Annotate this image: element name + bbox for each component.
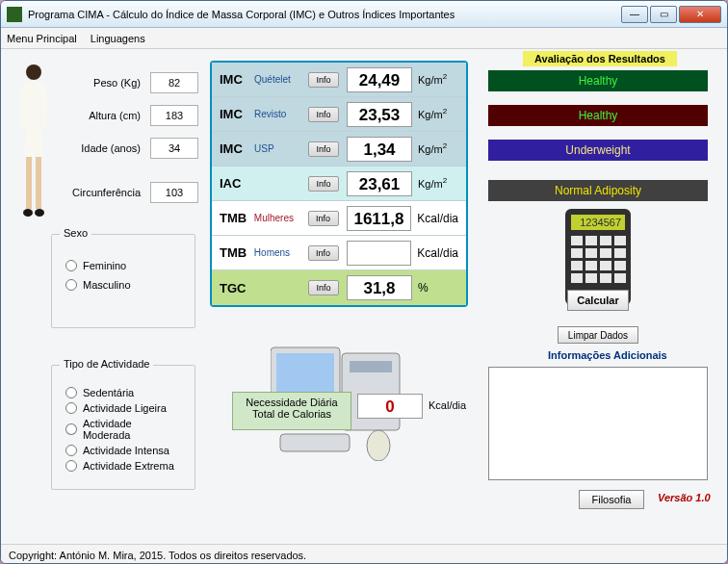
results-panel: IMCQuételetInfo24,49Kg/m2 IMCRevistoInfo…: [210, 61, 468, 307]
svg-point-4: [35, 209, 44, 217]
menubar: Menu Principal Linguagens: [1, 28, 727, 49]
svg-rect-17: [571, 236, 583, 245]
res-val-4: 1611,8: [347, 206, 412, 231]
info-button-6[interactable]: Info: [308, 280, 339, 295]
res-unit-2: Kg/m2: [418, 141, 447, 156]
act-opt-3: Actividade Intensa: [83, 445, 169, 456]
radio-extrema[interactable]: [65, 460, 77, 472]
altura-input[interactable]: [150, 105, 198, 126]
info-button-3[interactable]: Info: [308, 176, 339, 192]
svg-rect-28: [614, 261, 626, 270]
limpar-button[interactable]: Limpar Dados: [558, 326, 638, 344]
peso-input[interactable]: [150, 72, 198, 93]
close-button[interactable]: ✕: [679, 6, 721, 23]
info-button-2[interactable]: Info: [308, 141, 339, 157]
feminino-label: Feminino: [83, 260, 126, 271]
body-figure-icon: [16, 61, 51, 224]
radio-feminino[interactable]: [65, 260, 77, 271]
res-sub-5: Homens: [254, 247, 308, 258]
res-val-6: 31,8: [347, 275, 412, 300]
res-label-6: TGC: [220, 281, 254, 295]
info-button-5[interactable]: Info: [308, 245, 339, 261]
radio-sedentaria[interactable]: [65, 387, 77, 398]
circ-label: Circunferência: [49, 187, 141, 198]
svg-point-3: [23, 209, 33, 217]
svg-rect-21: [571, 248, 583, 258]
calories-label: Necessidade Diária Total de Calorias: [232, 392, 351, 430]
calories-unit: Kcal/dia: [429, 399, 466, 411]
eval-result-2: Underweight: [488, 140, 708, 161]
res-label-3: IAC: [220, 176, 254, 191]
res-val-3: 23,61: [347, 171, 412, 196]
eval-result-0: Healthy: [488, 70, 708, 91]
info-button-1[interactable]: Info: [308, 107, 339, 122]
copyright-text: Copyright: António M. Mira, 2015. Todos …: [9, 550, 306, 561]
svg-rect-20: [614, 236, 626, 245]
info-button-4[interactable]: Info: [308, 211, 339, 226]
sexo-legend: Sexo: [60, 227, 91, 239]
peso-label: Peso (Kg): [49, 77, 141, 89]
circ-input[interactable]: [150, 182, 198, 203]
activity-legend: Tipo de Actividade: [60, 358, 153, 370]
info-header: Informações Adicionais: [548, 349, 667, 361]
minimize-button[interactable]: —: [621, 6, 648, 23]
svg-rect-29: [571, 273, 583, 283]
svg-rect-18: [585, 236, 597, 245]
svg-rect-25: [571, 261, 583, 270]
altura-label: Altura (cm): [49, 110, 141, 121]
masculino-label: Masculino: [83, 279, 131, 291]
calcular-button[interactable]: Calcular: [567, 290, 629, 311]
maximize-button[interactable]: ▭: [650, 6, 677, 23]
radio-intensa[interactable]: [65, 445, 77, 456]
app-window: Programa CIMA - Cálculo do Índice de Mas…: [0, 0, 728, 564]
res-unit-1: Kg/m2: [418, 107, 447, 121]
radio-ligeira[interactable]: [65, 402, 77, 414]
info-button-0[interactable]: Info: [308, 72, 339, 88]
svg-rect-26: [585, 261, 597, 270]
res-unit-6: %: [418, 281, 429, 295]
titlebar[interactable]: Programa CIMA - Cálculo do Índice de Mas…: [1, 1, 727, 28]
svg-rect-19: [600, 236, 611, 245]
res-label-0: IMC: [220, 72, 254, 87]
res-label-2: IMC: [220, 141, 254, 156]
version-label: Versão 1.0: [658, 492, 711, 503]
res-unit-3: Kg/m2: [418, 176, 447, 191]
act-opt-2: Actividade Moderada: [83, 418, 181, 441]
res-label-4: TMB: [220, 211, 254, 225]
radio-moderada[interactable]: [65, 423, 77, 435]
svg-rect-24: [614, 248, 626, 258]
svg-point-0: [26, 64, 41, 80]
content-area: Peso (Kg) Altura (cm) Idade (anos) Circu…: [1, 49, 727, 544]
act-opt-1: Actividade Ligeira: [83, 402, 167, 414]
res-val-1: 23,53: [347, 102, 412, 127]
svg-text:1234567: 1234567: [580, 217, 621, 228]
res-label-5: TMB: [220, 245, 254, 260]
svg-rect-27: [600, 261, 611, 270]
res-label-1: IMC: [220, 107, 254, 121]
idade-input[interactable]: [150, 138, 198, 159]
svg-rect-31: [600, 273, 611, 283]
res-sub-0: Quételet: [254, 74, 308, 85]
menu-main[interactable]: Menu Principal: [7, 33, 77, 44]
idade-label: Idade (anos): [49, 142, 141, 154]
statusbar: Copyright: António M. Mira, 2015. Todos …: [1, 544, 727, 564]
info-textbox[interactable]: [488, 367, 708, 480]
res-sub-4: Mulheres: [254, 213, 308, 223]
res-sub-1: Revisto: [254, 109, 308, 119]
act-opt-0: Sedentária: [83, 387, 134, 398]
filosofia-button[interactable]: Filosofia: [579, 490, 644, 509]
svg-rect-23: [600, 248, 611, 258]
radio-masculino[interactable]: [65, 279, 77, 291]
res-unit-0: Kg/m2: [418, 72, 447, 87]
svg-rect-2: [36, 157, 41, 209]
svg-rect-30: [585, 273, 597, 283]
svg-rect-22: [585, 248, 597, 258]
res-unit-4: Kcal/dia: [417, 212, 458, 225]
calorie-area: Necessidade Diária Total de Calorias 0 K…: [232, 346, 463, 471]
window-title: Programa CIMA - Cálculo do Índice de Mas…: [28, 9, 621, 20]
res-val-0: 24,49: [347, 67, 412, 92]
act-opt-4: Actividade Extrema: [83, 460, 174, 472]
menu-languages[interactable]: Linguagens: [91, 33, 145, 44]
svg-rect-6: [350, 361, 392, 372]
svg-rect-32: [614, 273, 626, 283]
